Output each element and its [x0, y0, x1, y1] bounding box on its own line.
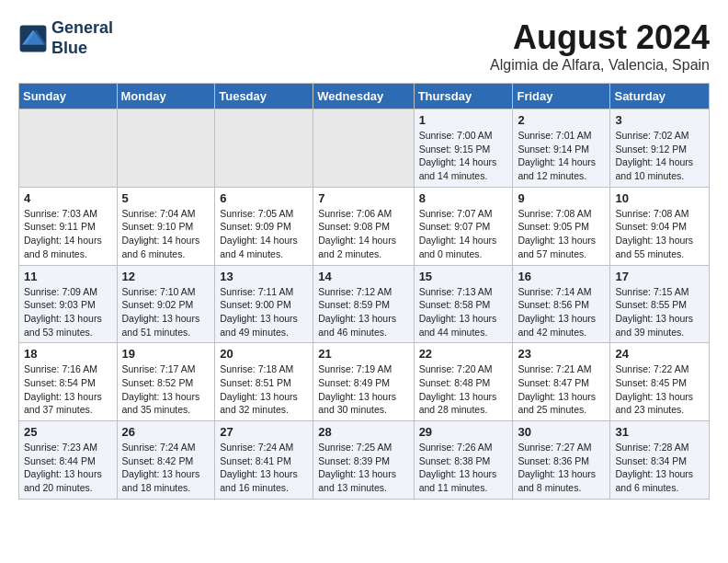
day-number: 18 [24, 347, 112, 361]
calendar-week-row: 18Sunrise: 7:16 AM Sunset: 8:54 PM Dayli… [19, 343, 710, 421]
day-info: Sunrise: 7:02 AM Sunset: 9:12 PM Dayligh… [615, 129, 704, 183]
calendar-cell: 23Sunrise: 7:21 AM Sunset: 8:47 PM Dayli… [513, 343, 610, 421]
calendar-cell: 29Sunrise: 7:26 AM Sunset: 8:38 PM Dayli… [414, 421, 513, 500]
calendar-week-row: 4Sunrise: 7:03 AM Sunset: 9:11 PM Daylig… [19, 187, 710, 265]
day-info: Sunrise: 7:20 AM Sunset: 8:48 PM Dayligh… [419, 362, 508, 417]
day-number: 20 [220, 347, 308, 361]
calendar-body: 1Sunrise: 7:00 AM Sunset: 9:15 PM Daylig… [19, 109, 710, 500]
calendar-cell: 4Sunrise: 7:03 AM Sunset: 9:11 PM Daylig… [19, 187, 118, 265]
day-info: Sunrise: 7:10 AM Sunset: 9:02 PM Dayligh… [122, 285, 210, 339]
day-info: Sunrise: 7:07 AM Sunset: 9:07 PM Dayligh… [419, 207, 508, 261]
day-info: Sunrise: 7:22 AM Sunset: 8:45 PM Dayligh… [615, 362, 704, 417]
day-info: Sunrise: 7:18 AM Sunset: 8:51 PM Dayligh… [220, 362, 308, 417]
calendar-cell: 13Sunrise: 7:11 AM Sunset: 9:00 PM Dayli… [215, 265, 313, 343]
month-year-title: August 2024 [490, 18, 710, 57]
day-number: 15 [419, 270, 508, 283]
day-number: 7 [318, 191, 408, 205]
day-number: 22 [419, 347, 508, 361]
day-info: Sunrise: 7:26 AM Sunset: 8:38 PM Dayligh… [419, 441, 508, 495]
day-info: Sunrise: 7:01 AM Sunset: 9:14 PM Dayligh… [518, 129, 605, 183]
day-number: 1 [419, 113, 508, 127]
location-text: Algimia de Alfara, Valencia, Spain [490, 57, 710, 74]
calendar-cell [19, 109, 118, 188]
calendar-cell: 18Sunrise: 7:16 AM Sunset: 8:54 PM Dayli… [19, 343, 118, 421]
day-info: Sunrise: 7:24 AM Sunset: 8:41 PM Dayligh… [220, 441, 308, 495]
calendar-cell: 24Sunrise: 7:22 AM Sunset: 8:45 PM Dayli… [610, 343, 710, 421]
calendar-cell: 31Sunrise: 7:28 AM Sunset: 8:34 PM Dayli… [610, 421, 710, 500]
calendar-cell: 1Sunrise: 7:00 AM Sunset: 9:15 PM Daylig… [414, 109, 513, 188]
day-number: 30 [518, 425, 605, 439]
day-number: 19 [122, 347, 210, 361]
calendar-cell: 28Sunrise: 7:25 AM Sunset: 8:39 PM Dayli… [313, 421, 414, 500]
day-number: 14 [318, 270, 408, 283]
day-number: 5 [122, 191, 210, 205]
calendar-cell: 26Sunrise: 7:24 AM Sunset: 8:42 PM Dayli… [117, 421, 215, 500]
day-info: Sunrise: 7:04 AM Sunset: 9:10 PM Dayligh… [122, 207, 210, 261]
logo-text: General Blue [51, 18, 113, 58]
day-info: Sunrise: 7:00 AM Sunset: 9:15 PM Dayligh… [419, 129, 508, 183]
calendar-table: SundayMondayTuesdayWednesdayThursdayFrid… [18, 83, 710, 500]
day-info: Sunrise: 7:12 AM Sunset: 8:59 PM Dayligh… [318, 285, 408, 339]
day-info: Sunrise: 7:17 AM Sunset: 8:52 PM Dayligh… [122, 362, 210, 417]
calendar-cell: 3Sunrise: 7:02 AM Sunset: 9:12 PM Daylig… [610, 109, 710, 188]
calendar-cell: 20Sunrise: 7:18 AM Sunset: 8:51 PM Dayli… [215, 343, 313, 421]
day-number: 4 [24, 191, 112, 205]
day-number: 16 [518, 270, 605, 283]
calendar-cell [313, 109, 414, 188]
day-number: 3 [615, 113, 704, 127]
day-number: 31 [615, 425, 704, 439]
day-number: 27 [220, 425, 308, 439]
day-info: Sunrise: 7:23 AM Sunset: 8:44 PM Dayligh… [24, 441, 112, 495]
day-info: Sunrise: 7:16 AM Sunset: 8:54 PM Dayligh… [24, 362, 112, 417]
calendar-cell: 14Sunrise: 7:12 AM Sunset: 8:59 PM Dayli… [313, 265, 414, 343]
calendar-cell: 5Sunrise: 7:04 AM Sunset: 9:10 PM Daylig… [117, 187, 215, 265]
calendar-cell: 12Sunrise: 7:10 AM Sunset: 9:02 PM Dayli… [117, 265, 215, 343]
day-number: 6 [220, 191, 308, 205]
day-number: 17 [615, 270, 704, 283]
day-info: Sunrise: 7:09 AM Sunset: 9:03 PM Dayligh… [24, 285, 112, 339]
calendar-cell: 27Sunrise: 7:24 AM Sunset: 8:41 PM Dayli… [215, 421, 313, 500]
logo: General Blue [18, 18, 113, 58]
day-info: Sunrise: 7:21 AM Sunset: 8:47 PM Dayligh… [518, 362, 605, 417]
day-number: 23 [518, 347, 605, 361]
day-number: 9 [518, 191, 605, 205]
day-of-week-header: Tuesday [215, 84, 313, 109]
day-number: 13 [220, 270, 308, 283]
calendar-cell: 10Sunrise: 7:08 AM Sunset: 9:04 PM Dayli… [610, 187, 710, 265]
calendar-cell [215, 109, 313, 188]
day-number: 26 [122, 425, 210, 439]
day-number: 21 [318, 347, 408, 361]
logo-icon [18, 24, 48, 53]
day-of-week-header: Sunday [19, 84, 118, 109]
day-of-week-header: Wednesday [313, 84, 414, 109]
page-header: General Blue August 2024 Algimia de Alfa… [18, 18, 710, 74]
day-number: 12 [122, 270, 210, 283]
calendar-cell: 21Sunrise: 7:19 AM Sunset: 8:49 PM Dayli… [313, 343, 414, 421]
day-of-week-header: Monday [117, 84, 215, 109]
day-number: 8 [419, 191, 508, 205]
day-info: Sunrise: 7:24 AM Sunset: 8:42 PM Dayligh… [122, 441, 210, 495]
day-number: 2 [518, 113, 605, 127]
calendar-week-row: 1Sunrise: 7:00 AM Sunset: 9:15 PM Daylig… [19, 109, 710, 188]
day-info: Sunrise: 7:08 AM Sunset: 9:04 PM Dayligh… [615, 207, 704, 261]
day-info: Sunrise: 7:15 AM Sunset: 8:55 PM Dayligh… [615, 285, 704, 339]
calendar-cell: 11Sunrise: 7:09 AM Sunset: 9:03 PM Dayli… [19, 265, 118, 343]
day-info: Sunrise: 7:03 AM Sunset: 9:11 PM Dayligh… [24, 207, 112, 261]
calendar-week-row: 25Sunrise: 7:23 AM Sunset: 8:44 PM Dayli… [19, 421, 710, 500]
day-number: 25 [24, 425, 112, 439]
day-info: Sunrise: 7:08 AM Sunset: 9:05 PM Dayligh… [518, 207, 605, 261]
calendar-week-row: 11Sunrise: 7:09 AM Sunset: 9:03 PM Dayli… [19, 265, 710, 343]
day-info: Sunrise: 7:27 AM Sunset: 8:36 PM Dayligh… [518, 441, 605, 495]
day-of-week-header: Saturday [610, 84, 710, 109]
calendar-cell: 9Sunrise: 7:08 AM Sunset: 9:05 PM Daylig… [513, 187, 610, 265]
calendar-cell [117, 109, 215, 188]
calendar-cell: 6Sunrise: 7:05 AM Sunset: 9:09 PM Daylig… [215, 187, 313, 265]
calendar-cell: 30Sunrise: 7:27 AM Sunset: 8:36 PM Dayli… [513, 421, 610, 500]
calendar-header-row: SundayMondayTuesdayWednesdayThursdayFrid… [19, 84, 710, 109]
day-info: Sunrise: 7:05 AM Sunset: 9:09 PM Dayligh… [220, 207, 308, 261]
day-of-week-header: Thursday [414, 84, 513, 109]
calendar-cell: 7Sunrise: 7:06 AM Sunset: 9:08 PM Daylig… [313, 187, 414, 265]
calendar-cell: 19Sunrise: 7:17 AM Sunset: 8:52 PM Dayli… [117, 343, 215, 421]
day-number: 28 [318, 425, 408, 439]
title-section: August 2024 Algimia de Alfara, Valencia,… [490, 18, 710, 74]
